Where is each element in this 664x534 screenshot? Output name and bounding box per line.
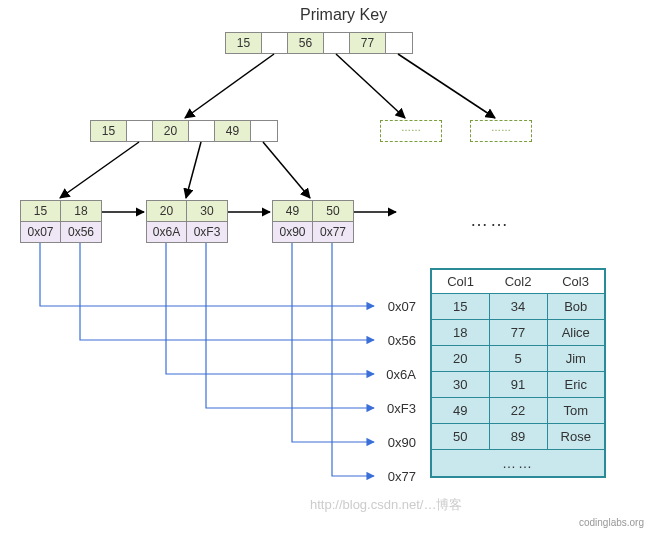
leaf-key: 30 (187, 201, 227, 221)
cell: 50 (431, 424, 489, 450)
svg-line-2 (398, 54, 495, 118)
leaf-key: 18 (61, 201, 101, 221)
row-label: 0x6A (376, 367, 416, 382)
cell: 77 (489, 320, 547, 346)
data-table: Col1 Col2 Col3 15 34 Bob 18 77 Alice 20 … (430, 268, 606, 478)
root-key: 77 (350, 33, 386, 53)
row-label: 0x90 (376, 435, 416, 450)
cell: Tom (547, 398, 605, 424)
table-row: 50 89 Rose (431, 424, 605, 450)
cell: 34 (489, 294, 547, 320)
page-title: Primary Key (300, 6, 387, 24)
root-ptr (262, 33, 288, 53)
table-row: 18 77 Alice (431, 320, 605, 346)
leaf-node: 15 18 0x07 0x56 (20, 200, 102, 243)
row-label: 0x77 (376, 469, 416, 484)
cell: 5 (489, 346, 547, 372)
leaf-ptr: 0x56 (61, 222, 101, 242)
col-header: Col1 (431, 269, 489, 294)
watermark-text: http://blog.csdn.net/…博客 (310, 496, 462, 514)
credit-text: codinglabs.org (579, 517, 644, 528)
leaf-key: 49 (273, 201, 313, 221)
placeholder-node: …… (470, 120, 532, 142)
table-row: 20 5 Jim (431, 346, 605, 372)
root-key: 15 (226, 33, 262, 53)
svg-line-0 (185, 54, 274, 118)
svg-line-5 (263, 142, 310, 198)
table-footer: …… (431, 450, 605, 478)
leaf-ptr: 0x77 (313, 222, 353, 242)
leaf-key: 50 (313, 201, 353, 221)
cell: Alice (547, 320, 605, 346)
row-label: 0xF3 (376, 401, 416, 416)
footer-ellipsis: …… (431, 450, 605, 478)
table-row: 30 91 Eric (431, 372, 605, 398)
cell: 89 (489, 424, 547, 450)
root-ptr (386, 33, 412, 53)
leaf-ptr: 0x07 (21, 222, 61, 242)
cell: 49 (431, 398, 489, 424)
leaf-node: 49 50 0x90 0x77 (272, 200, 354, 243)
leaf-ptr: 0xF3 (187, 222, 227, 242)
col-header: Col2 (489, 269, 547, 294)
leaf-node: 20 30 0x6A 0xF3 (146, 200, 228, 243)
table-row: 15 34 Bob (431, 294, 605, 320)
placeholder-node: …… (380, 120, 442, 142)
cell: Jim (547, 346, 605, 372)
cell: Eric (547, 372, 605, 398)
svg-line-3 (60, 142, 139, 198)
cell: Bob (547, 294, 605, 320)
leaf-key: 20 (147, 201, 187, 221)
cell: 15 (431, 294, 489, 320)
svg-line-1 (336, 54, 405, 118)
root-key: 56 (288, 33, 324, 53)
cell: 18 (431, 320, 489, 346)
leaf-ptr: 0x90 (273, 222, 313, 242)
internal-ptr (127, 121, 153, 141)
row-label: 0x07 (376, 299, 416, 314)
cell: 30 (431, 372, 489, 398)
cell: 20 (431, 346, 489, 372)
row-label: 0x56 (376, 333, 416, 348)
internal-ptr (189, 121, 215, 141)
leaf-key: 15 (21, 201, 61, 221)
internal-key: 15 (91, 121, 127, 141)
leaf-ptr: 0x6A (147, 222, 187, 242)
cell: 22 (489, 398, 547, 424)
leaf-ellipsis: …… (470, 210, 510, 231)
root-node: 15 56 77 (225, 32, 413, 54)
internal-key: 20 (153, 121, 189, 141)
internal-node: 15 20 49 (90, 120, 278, 142)
table-row: 49 22 Tom (431, 398, 605, 424)
internal-key: 49 (215, 121, 251, 141)
root-ptr (324, 33, 350, 53)
cell: Rose (547, 424, 605, 450)
cell: 91 (489, 372, 547, 398)
col-header: Col3 (547, 269, 605, 294)
internal-ptr (251, 121, 277, 141)
svg-line-4 (186, 142, 201, 198)
